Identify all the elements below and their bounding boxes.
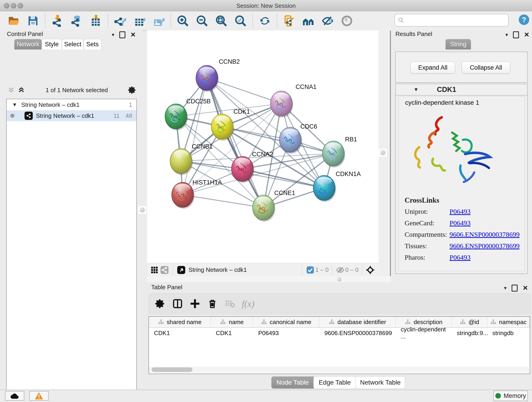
node-table[interactable]: shared namenamecanonical namedatabase id… [148,316,530,374]
cell[interactable]: P06493 [253,328,319,338]
collapse-all-tree-icon[interactable] [6,85,16,95]
main-toolbar: ? [0,11,532,31]
close-panel-icon[interactable]: ✕ [524,31,529,38]
network-list-icon[interactable] [159,265,170,275]
help-icon[interactable]: ? [518,14,530,26]
show-columns-icon[interactable] [172,298,184,310]
cell[interactable]: 9606.ENSP00000378699 [319,328,396,338]
export-image-icon[interactable] [152,14,165,27]
export-network-icon[interactable] [114,14,127,27]
node-CCNA1[interactable]: CCNA1 [270,83,317,118]
right-splitter-handle[interactable] [378,148,387,157]
save-icon[interactable] [27,14,39,27]
node-CCNE1[interactable]: CCNE1 [253,190,295,222]
close-panel-icon[interactable]: ✕ [523,284,528,292]
crosslink-value[interactable]: 9606.ENSP00000378699 [450,242,520,250]
gear-icon[interactable] [127,85,137,95]
import-table-icon[interactable] [89,14,102,27]
add-column-icon[interactable] [189,298,201,310]
node-CDKN1A[interactable]: CDKN1A [313,171,361,202]
column-header-name[interactable]: name [211,317,253,327]
network-collection-row[interactable]: ▼ String Network – cdk1 1 [7,99,136,110]
warning-icon [34,392,44,400]
tab-select[interactable]: Select [62,39,84,50]
tab-style[interactable]: Style [42,39,62,50]
collection-expand-icon[interactable]: ▼ [12,102,17,108]
expand-all-button[interactable]: Expand All [410,62,455,74]
table-hscrollbar[interactable] [149,367,529,373]
panel-menu-icon[interactable]: ▾ [504,285,507,291]
tab-string[interactable]: String [445,39,471,50]
warning-status-button[interactable] [29,391,49,401]
float-panel-icon[interactable] [512,285,518,292]
tab-edge-table[interactable]: Edge Table [313,376,356,389]
node-CDC6[interactable]: CDC6 [279,123,317,154]
tab-sets[interactable]: Sets [84,39,101,50]
import-database-icon[interactable] [70,14,83,27]
float-panel-icon[interactable] [119,32,125,38]
close-panel-icon[interactable]: ✕ [130,31,136,38]
left-splitter-handle[interactable] [138,205,147,215]
open-folder-icon[interactable] [7,14,20,27]
edge-CCNA2-CDKN1A[interactable] [242,169,324,188]
export-table-icon[interactable] [133,14,146,27]
collapse-all-button[interactable]: Collapse All [462,62,510,74]
toolbar-separator [171,14,171,28]
cell[interactable]: stringdb [487,328,530,338]
table-row[interactable]: CDK1CDK1P064939606.ENSP00000378699cyclin… [149,328,530,338]
node-RB1[interactable]: RB1 [322,136,357,167]
gear-icon[interactable] [154,298,166,310]
network-row[interactable]: String Network – cdk1 11 48 [7,110,136,121]
current-network-title: String Network – cdk1 [189,266,247,274]
cell[interactable]: CDK1 [149,328,211,338]
edge-CCNB2-CCNE1[interactable] [207,78,264,208]
cell[interactable]: cyclin-dependent ... [396,328,452,338]
crosslink-value[interactable]: 9606.ENSP00000378699 [450,230,520,238]
hide-eye-icon[interactable] [321,14,334,27]
column-header-namespac[interactable]: namespac [487,317,530,327]
column-header--id[interactable]: @id [452,317,487,327]
node-label-CCNB2: CCNB2 [219,58,240,65]
search-input[interactable] [406,17,508,24]
delete-column-icon[interactable] [206,298,218,310]
birdseye-view-icon[interactable] [176,265,186,275]
search-box[interactable] [394,14,509,27]
zoom-in-icon[interactable] [177,14,189,27]
toolbar-separator [253,14,253,28]
memory-button[interactable]: Memory [494,390,528,401]
network-canvas[interactable]: CCNB2 CCNA1 CDC25B CDK1 CDC6 RB1 CCNB1 C… [147,31,379,263]
refresh-icon[interactable] [259,14,271,27]
float-panel-icon[interactable] [513,32,519,38]
collection-count: 1 [129,101,132,108]
show-eye-icon[interactable] [341,14,353,27]
fit-selected-icon[interactable] [365,265,375,275]
gene-section-header[interactable]: ▼ CDK1 [396,84,527,96]
column-header-shared-name[interactable]: shared name [149,317,211,327]
node-HIST1H1A[interactable]: HIST1H1A [172,179,222,209]
zoom-out-icon[interactable] [196,14,209,27]
column-header-canonical-name[interactable]: canonical name [253,317,319,327]
crosslink-value[interactable]: P06493 [450,254,471,261]
crosslink-value[interactable]: P06493 [450,219,471,227]
tab-network[interactable]: Network [14,39,42,50]
zoom-fit-icon[interactable] [215,14,228,27]
selected-checkbox-icon[interactable] [305,265,315,275]
import-network-icon[interactable] [51,14,64,27]
expand-all-tree-icon[interactable] [16,85,26,95]
collapse-section-icon[interactable]: ▼ [413,87,418,93]
grid-view-icon[interactable] [149,265,159,275]
node-CCNB1[interactable]: CCNB1 [170,143,213,175]
cell[interactable]: stringdb:9... [452,328,487,338]
crosslink-value[interactable]: P06493 [450,208,471,216]
home-icon[interactable] [302,14,315,27]
zoom-selected-icon[interactable] [234,14,247,27]
tab-network-table[interactable]: Network Table [355,376,405,389]
panel-menu-icon[interactable]: ▾ [505,32,508,38]
crosslinks-title: CrossLinks [405,196,520,204]
column-header-database-identifier[interactable]: database identifier [319,317,396,327]
cloud-status-button[interactable] [5,391,24,401]
cell[interactable]: CDK1 [211,328,253,338]
clone-network-icon[interactable] [283,14,296,27]
tab-node-table[interactable]: Node Table [271,376,314,389]
panel-menu-icon[interactable]: ▾ [112,32,114,38]
